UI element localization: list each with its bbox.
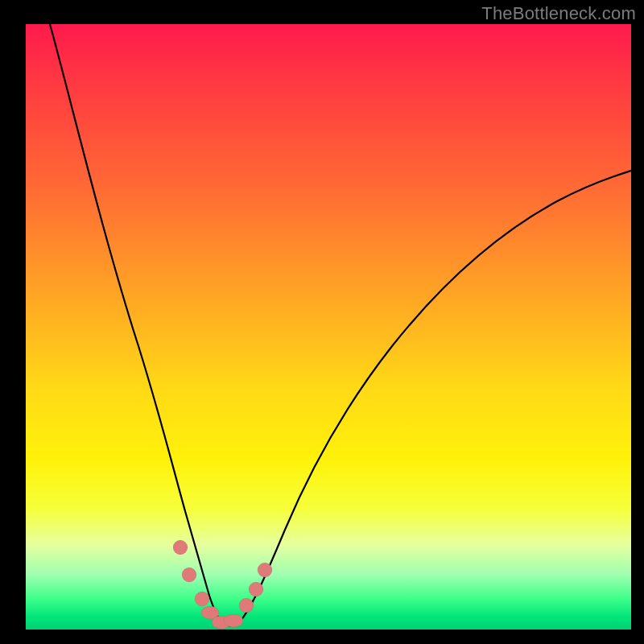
data-marker <box>195 592 209 606</box>
chart-svg <box>26 24 631 630</box>
data-marker <box>258 563 272 577</box>
watermark-text: TheBottleneck.com <box>481 3 636 24</box>
curve-left-branch <box>50 24 223 625</box>
curve-right-branch <box>223 171 631 625</box>
data-marker <box>173 540 188 555</box>
plot-area <box>26 24 631 630</box>
data-marker <box>182 568 196 582</box>
data-marker <box>239 598 254 613</box>
data-marker <box>224 614 243 627</box>
chart-frame: TheBottleneck.com <box>0 0 644 644</box>
data-marker <box>249 582 263 597</box>
